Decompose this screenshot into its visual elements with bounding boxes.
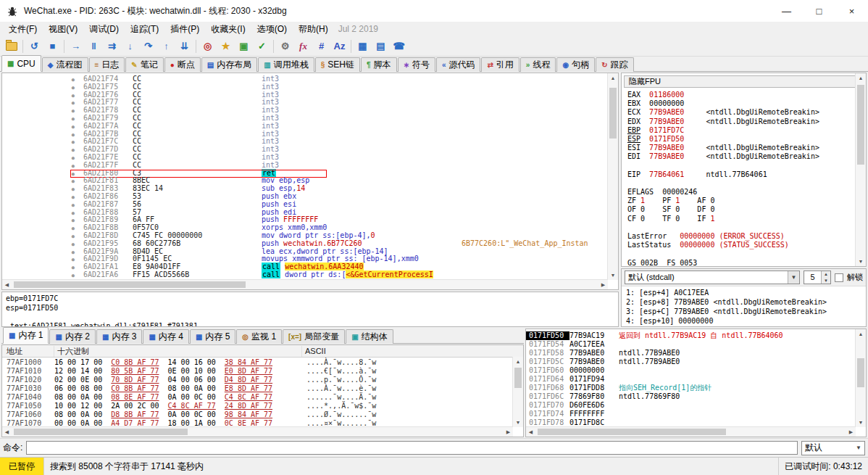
register-line[interactable] [627,249,856,258]
dump-row[interactable]: 77AF106008 00 0A 00 D8 8B AF 77 0A 00 0C… [7,410,513,419]
scroll-left-icon[interactable]: ◀ [2,427,12,437]
pause-button[interactable]: ‖ [85,38,103,54]
tab-符号[interactable]: ∗符号 [398,57,435,72]
dump-row[interactable]: 77AF105010 00 12 00 2A 00 2C 00 C4 8C AF… [7,402,513,410]
scrollbar-thumb[interactable] [857,85,864,165]
register-line[interactable]: ZF 1 PF 1 AF 0 [627,197,856,205]
open-file-button[interactable] [2,38,20,54]
tab-CPU[interactable]: ▦CPU [1,55,41,72]
step-into-button[interactable]: ↓ [121,38,139,54]
menu-item[interactable]: 调试(D) [83,22,125,36]
scroll-down-icon[interactable]: ▼ [856,257,866,266]
dump-row[interactable]: 77AF100016 00 17 00 C0 8B AF 77 14 00 16… [7,358,513,367]
menu-item[interactable]: 追踪(T) [125,22,164,36]
scrollbar-thumb[interactable] [514,368,522,388]
stack-row[interactable]: 0171FD6C77869F80ntdll.77869F80 [526,392,856,401]
maximize-button[interactable]: □ [803,0,835,22]
disasm-vertical-scrollbar[interactable]: ▲ ▼ [607,73,618,280]
remote-help-button[interactable]: ☎ [390,38,408,54]
scroll-down-icon[interactable]: ▼ [856,418,866,427]
command-script-dropdown[interactable]: 默认 ▼ [801,441,865,455]
hide-fpu-button[interactable]: 隐藏FPU [624,75,862,88]
scroll-up-icon[interactable]: ▲ [513,357,523,366]
spin-down-icon[interactable]: ▼ [822,278,830,284]
argument-count-stepper[interactable]: 5 ▲▼ [804,270,831,284]
calling-convention-select[interactable]: 默认 (stdcall) ▼ [625,270,800,284]
argument-row[interactable]: 2: [esp+8] 77B9ABE0 <ntdll.DbgUiRemoteBr… [626,297,866,307]
argument-row[interactable]: 4: [esp+10] 00000000 [626,316,866,326]
scroll-right-icon[interactable]: ▶ [598,280,608,289]
scroll-right-icon[interactable]: ▶ [504,427,513,437]
tab-脚本[interactable]: ¶脚本 [361,57,397,72]
register-line[interactable]: CF 0 TF 0 IF 1 [627,215,856,223]
snapshot-button[interactable]: ▣ [235,38,253,54]
tab-断点[interactable]: ●断点 [164,57,201,72]
settings-button[interactable]: ⚙ [276,38,294,54]
scrollbar-thumb[interactable] [538,429,726,435]
register-line[interactable]: LastError 00000000 (ERROR_SUCCESS) [627,232,856,241]
stack-row[interactable]: 0171FD70D60FE6D6 [526,401,856,410]
stop-button[interactable]: ■ [43,38,62,54]
argument-row[interactable]: 1: [esp+4] A0C17EEA [626,288,866,297]
animate-into-button[interactable]: ⇉ [103,38,121,54]
stack-row[interactable]: 0171FD5C77B9ABE0ntdll.77B9ABE0 [526,358,856,366]
stack-horizontal-scrollbar[interactable]: ◀ ▶ [526,426,856,437]
menu-item[interactable]: 帮助(H) [293,22,334,36]
stack-row[interactable]: 0171FD680171FDD8指向SEH_Record[1]的指针 [526,384,856,392]
scroll-left-icon[interactable]: ◀ [2,280,12,289]
tab-内存 3[interactable]: ▦内存 3 [96,329,142,344]
memory-map-button[interactable]: ▦ [354,38,372,54]
dump-row[interactable]: 77AF104008 00 0A 00 08 8E AF 77 0A 00 0C… [7,393,513,402]
scroll-left-icon[interactable]: ◀ [526,427,535,437]
scroll-right-icon[interactable]: ▶ [846,427,856,437]
register-line[interactable]: EBX 00000000 [627,99,856,108]
tab-笔记[interactable]: ✎笔记 [125,57,163,72]
tab-线程[interactable]: »线程 [520,57,556,72]
command-input[interactable] [26,441,798,455]
spin-up-icon[interactable]: ▲ [822,271,830,278]
scroll-up-icon[interactable]: ▲ [608,73,618,83]
register-line[interactable]: EBP 0171FD7C [627,126,856,135]
tab-引用[interactable]: ⇄引用 [481,57,519,72]
tab-调用堆栈[interactable]: ▥调用堆栈 [258,57,314,72]
unlock-checkbox[interactable] [835,273,843,282]
menu-item[interactable]: 视图(V) [43,22,83,36]
close-button[interactable]: × [835,0,868,22]
menu-item[interactable]: 选项(O) [251,22,293,36]
disasm-row[interactable]: ●6AD21F8756push esi [2,201,608,209]
dump-row[interactable]: 77AF102002 00 0E 00 70 8D AF 77 04 00 06… [7,376,513,384]
tab-内存 4[interactable]: ▦内存 4 [143,329,188,344]
scrollbar-thumb[interactable] [14,429,188,435]
tab-局部变量[interactable]: [x=]局部变量 [283,329,345,344]
register-line[interactable]: EFLAGS 00000246 [627,188,856,197]
register-line[interactable]: EIP 77B64061 ntdll.77B64061 [627,170,856,179]
register-line[interactable]: OF 0 SF 0 DF 0 [627,205,856,214]
menu-item[interactable]: 收藏夹(I) [205,22,251,36]
scroll-down-icon[interactable]: ▼ [513,418,523,427]
tab-内存 5[interactable]: ▦内存 5 [190,329,235,344]
scroll-up-icon[interactable]: ▲ [856,329,866,339]
register-line[interactable] [627,162,856,170]
register-line[interactable] [627,179,856,188]
favourites-button[interactable]: ★ [217,38,235,54]
tab-监视 1[interactable]: ◎监视 1 [236,329,282,344]
tab-结构体[interactable]: ▣结构体 [346,329,393,344]
stack-row[interactable]: 0171FD74FFFFFFFF [526,410,856,418]
register-line[interactable]: EDI 77B9ABE0 <ntdll.DbgUiRemoteBreakin> [627,152,856,161]
stack-view-button[interactable]: ▤ [372,38,390,54]
scroll-up-icon[interactable]: ▲ [856,73,866,83]
register-line[interactable]: EDX 77B9ABE0 <ntdll.DbgUiRemoteBreakin> [627,117,856,126]
tab-SEH链[interactable]: §SEH链 [315,57,360,72]
patches-button[interactable]: ✓ [253,38,271,54]
dump-vertical-scrollbar[interactable]: ▲ ▼ [512,357,523,427]
stack-row[interactable]: 0171FD5077B9AC19返回到 ntdll.77B9AC19 自 ntd… [526,331,856,340]
disasm-row[interactable]: ●6AD21F75CCint3 [2,83,608,91]
stack-row[interactable]: 0171FD5877B9ABE0ntdll.77B9ABE0 [526,349,856,358]
disasm-row[interactable]: ●6AD21F7ACCint3 [2,123,608,131]
assembler-fx-button[interactable]: fx [294,38,312,54]
register-line[interactable]: ESI 77B9ABE0 <ntdll.DbgUiRemoteBreakin> [627,144,856,152]
tab-内存 2[interactable]: ▦内存 2 [49,329,95,344]
register-line[interactable]: LastStatus 00000000 (STATUS_SUCCESS) [627,241,856,249]
minimize-button[interactable]: — [770,0,803,22]
dump-horizontal-scrollbar[interactable]: ◀ ▶ [2,426,513,437]
